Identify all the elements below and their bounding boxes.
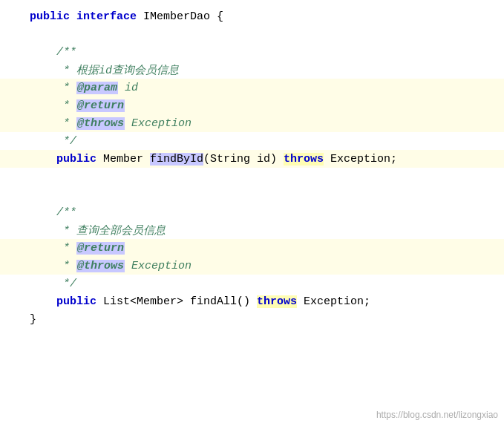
comment-close-1: */ [30, 135, 76, 148]
at-return-tag-2: @return [76, 242, 125, 255]
comment-description-2: * 查询全部会员信息 [30, 223, 166, 237]
code-line-comment-end2: */ [0, 275, 504, 292]
code-line-comment-start-2: /** [0, 203, 504, 221]
at-param-tag: @param [76, 82, 118, 94]
code-line-empty-2 [0, 168, 504, 186]
code-line-param: * @param id [0, 79, 504, 96]
keyword-interface: interface [76, 10, 137, 23]
code-line-return1: * @return [0, 96, 504, 114]
keyword-public-2: public [30, 153, 96, 166]
code-container: public interface IMemberDao { /** * 根据id… [0, 0, 504, 426]
line-content-1: public interface IMemberDao { [22, 10, 223, 23]
comment-close-2: */ [30, 278, 76, 290]
throws-keyword-1: throws [284, 153, 324, 166]
code-line-close: } [0, 310, 504, 328]
code-line-1: public interface IMemberDao { [0, 7, 504, 25]
method-name-findall: findAll() [190, 295, 250, 308]
code-line-throws1: * @throws Exception [0, 114, 504, 132]
code-line-return2: * @return [0, 239, 504, 257]
at-throws-tag-2: @throws [76, 260, 125, 272]
code-line-comment-desc: * 根据id查询会员信息 [0, 61, 504, 79]
keyword-public-3: public [30, 295, 96, 308]
at-throws-tag-1: @throws [76, 117, 125, 130]
code-line-throws2: * @throws Exception [0, 257, 504, 275]
throws-keyword-2: throws [257, 295, 297, 308]
code-line-comment-desc-2: * 查询全部会员信息 [0, 221, 504, 239]
code-line-comment-start: /** [0, 43, 504, 61]
at-return-tag: @return [76, 99, 125, 112]
watermark: https://blog.csdn.net/lizongxiao [376, 410, 498, 420]
method-name-findbyid: findById [150, 153, 203, 166]
code-line-empty-3 [0, 186, 504, 203]
closing-brace: } [30, 313, 36, 326]
comment-open: /** [30, 46, 76, 59]
code-line-method2: public List<Member> findAll() throws Exc… [0, 292, 504, 310]
comment-description: * 根据id查询会员信息 [30, 63, 179, 77]
keyword-public: public [30, 10, 70, 23]
code-line-method1: public Member findById(String id) throws… [0, 150, 504, 168]
code-line-comment-end1: */ [0, 132, 504, 150]
code-line-empty-1 [0, 25, 504, 43]
comment-open-2: /** [30, 206, 76, 219]
